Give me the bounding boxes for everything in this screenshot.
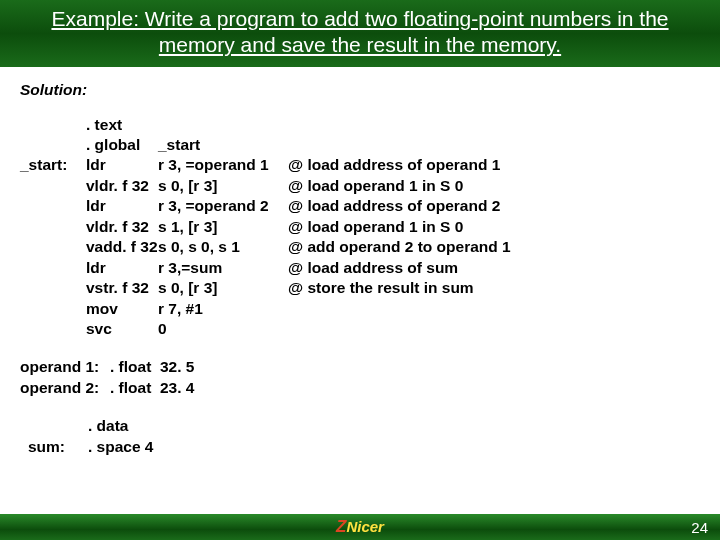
- code-label: [20, 196, 86, 216]
- slide: Example: Write a program to add two floa…: [0, 0, 720, 540]
- data-label: operand 2:: [20, 378, 110, 398]
- code-comment: @ add operand 2 to operand 1: [288, 237, 548, 257]
- code-mnemonic: ldr: [86, 258, 158, 278]
- code-operands: s 0, [r 3]: [158, 278, 288, 298]
- code-operands: r 7, #1: [158, 299, 288, 319]
- slide-title: Example: Write a program to add two floa…: [0, 0, 720, 67]
- data-label: sum:: [28, 437, 88, 457]
- logo-z-icon: Z: [336, 517, 346, 537]
- slide-body: Solution: . text . global _start _start:…: [0, 67, 720, 515]
- sum-data-block: . data sum: . space 4: [28, 416, 700, 457]
- code-operands: [158, 115, 288, 135]
- code-label: [20, 258, 86, 278]
- data-directive: . data: [88, 416, 178, 436]
- code-operands: r 3,=sum: [158, 258, 288, 278]
- code-label: [20, 217, 86, 237]
- data-label: [28, 416, 88, 436]
- code-mnemonic: ldr: [86, 196, 158, 216]
- code-operands: s 0, s 0, s 1: [158, 237, 288, 257]
- code-comment: [288, 299, 548, 319]
- code-mnemonic: . text: [86, 115, 158, 135]
- code-label: [20, 176, 86, 196]
- code-operands: r 3, =operand 2: [158, 196, 288, 216]
- code-mnemonic: . global: [86, 135, 158, 155]
- data-directive: . float: [110, 357, 160, 377]
- data-value: 32. 5: [160, 357, 240, 377]
- code-label: [20, 299, 86, 319]
- code-comment: @ load operand 1 in S 0: [288, 176, 548, 196]
- solution-heading: Solution:: [20, 81, 700, 99]
- code-mnemonic: ldr: [86, 155, 158, 175]
- code-operands: s 0, [r 3]: [158, 176, 288, 196]
- code-comment: @ load operand 1 in S 0: [288, 217, 548, 237]
- code-operands: r 3, =operand 1: [158, 155, 288, 175]
- code-operands: 0: [158, 319, 288, 339]
- code-comment: @ load address of operand 1: [288, 155, 548, 175]
- code-operands: s 1, [r 3]: [158, 217, 288, 237]
- slide-footer: ZNicer 24: [0, 514, 720, 540]
- code-mnemonic: vldr. f 32: [86, 176, 158, 196]
- code-block: . text . global _start _start: ldr r 3, …: [20, 115, 700, 340]
- code-label: [20, 135, 86, 155]
- code-label: _start:: [20, 155, 86, 175]
- logo-text: Nicer: [346, 518, 384, 535]
- code-mnemonic: vldr. f 32: [86, 217, 158, 237]
- data-directive: . float: [110, 378, 160, 398]
- code-mnemonic: svc: [86, 319, 158, 339]
- code-comment: [288, 319, 548, 339]
- code-comment: [288, 115, 548, 135]
- code-mnemonic: vadd. f 32: [86, 237, 158, 257]
- code-mnemonic: mov: [86, 299, 158, 319]
- code-comment: [288, 135, 548, 155]
- code-operands: _start: [158, 135, 288, 155]
- code-label: [20, 237, 86, 257]
- data-directive: . space 4: [88, 437, 178, 457]
- code-label: [20, 319, 86, 339]
- code-mnemonic: vstr. f 32: [86, 278, 158, 298]
- code-comment: @ load address of operand 2: [288, 196, 548, 216]
- code-comment: @ store the result in sum: [288, 278, 548, 298]
- data-label: operand 1:: [20, 357, 110, 377]
- data-value: 23. 4: [160, 378, 240, 398]
- code-label: [20, 278, 86, 298]
- logo: ZNicer: [336, 517, 384, 537]
- code-label: [20, 115, 86, 135]
- page-number: 24: [691, 519, 708, 536]
- code-comment: @ load address of sum: [288, 258, 548, 278]
- operand-data-block: operand 1: . float 32. 5 operand 2: . fl…: [20, 357, 700, 398]
